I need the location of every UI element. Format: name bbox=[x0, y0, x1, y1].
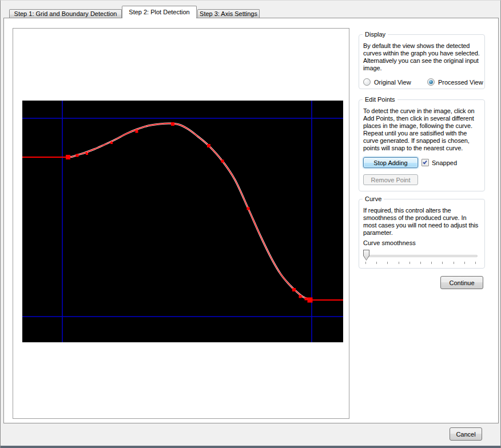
tab-step3-axis-settings[interactable]: Step 3: Axis Settings bbox=[197, 9, 260, 18]
snapped-checkbox-label[interactable]: Snapped bbox=[432, 159, 457, 166]
slider-track[interactable] bbox=[364, 255, 478, 257]
original-view-radio[interactable] bbox=[363, 78, 371, 86]
tab-step1-grid-boundary[interactable]: Step 1: Grid and Boundary Detection bbox=[9, 9, 122, 18]
curve-group-title: Curve bbox=[363, 195, 384, 202]
view-radio-row: Original View Processed View bbox=[359, 78, 484, 86]
slider-thumb-face bbox=[364, 250, 369, 260]
snapped-checkbox[interactable] bbox=[422, 159, 429, 166]
edit-points-description: To detect the curve in the image, click … bbox=[363, 107, 481, 152]
slider-tick bbox=[409, 262, 410, 264]
curve-description: If required, this control alters the smo… bbox=[363, 207, 481, 237]
tab-label: Step 2: Plot Detection bbox=[129, 9, 189, 15]
slider-tick bbox=[454, 262, 454, 264]
processed-view-radio[interactable] bbox=[427, 78, 435, 86]
slider-tick bbox=[475, 262, 476, 264]
tab-label: Step 3: Axis Settings bbox=[200, 10, 257, 17]
edit-points-group-title: Edit Points bbox=[363, 96, 397, 103]
slider-thumb[interactable] bbox=[363, 250, 369, 261]
original-view-radio-label[interactable]: Original View bbox=[374, 79, 411, 86]
display-groupbox: Display By default the view shows the de… bbox=[359, 34, 485, 89]
curve-groupbox: Curve If required, this control alters t… bbox=[359, 199, 485, 269]
plot-svg bbox=[22, 101, 343, 342]
slider-tick bbox=[431, 262, 432, 264]
slider-tick bbox=[376, 262, 377, 264]
display-group-title: Display bbox=[363, 31, 388, 38]
slider-tick bbox=[420, 262, 421, 264]
stop-adding-button[interactable]: Stop Adding bbox=[363, 157, 418, 168]
curve-smoothness-label: Curve smoothness bbox=[363, 239, 416, 246]
curve-smoothness-slider[interactable] bbox=[363, 250, 478, 265]
slider-tick bbox=[387, 262, 388, 264]
window-bottom-edge bbox=[1, 446, 500, 448]
dialog-window: Step 1: Grid and Boundary Detection Step… bbox=[0, 0, 501, 448]
continue-button[interactable]: Continue bbox=[440, 276, 483, 289]
plot-image-view bbox=[13, 28, 349, 419]
checkmark-icon bbox=[423, 160, 427, 165]
tab-step2-plot-detection[interactable]: Step 2: Plot Detection bbox=[122, 6, 197, 18]
remove-point-button[interactable]: Remove Point bbox=[363, 174, 418, 185]
cancel-button[interactable]: Cancel bbox=[450, 427, 482, 441]
tab-page-plot-detection: Display By default the view shows the de… bbox=[3, 18, 499, 423]
processed-view-radio-label[interactable]: Processed View bbox=[438, 79, 483, 86]
tab-label: Step 1: Grid and Boundary Detection bbox=[14, 10, 117, 17]
display-description: By default the view shows the detected c… bbox=[363, 42, 481, 72]
edit-points-groupbox: Edit Points To detect the curve in the i… bbox=[359, 99, 485, 191]
slider-tick bbox=[442, 262, 443, 264]
slider-tick bbox=[365, 262, 366, 264]
slider-tick bbox=[399, 262, 399, 264]
slider-tick bbox=[464, 262, 465, 264]
plot-canvas[interactable] bbox=[22, 101, 343, 342]
